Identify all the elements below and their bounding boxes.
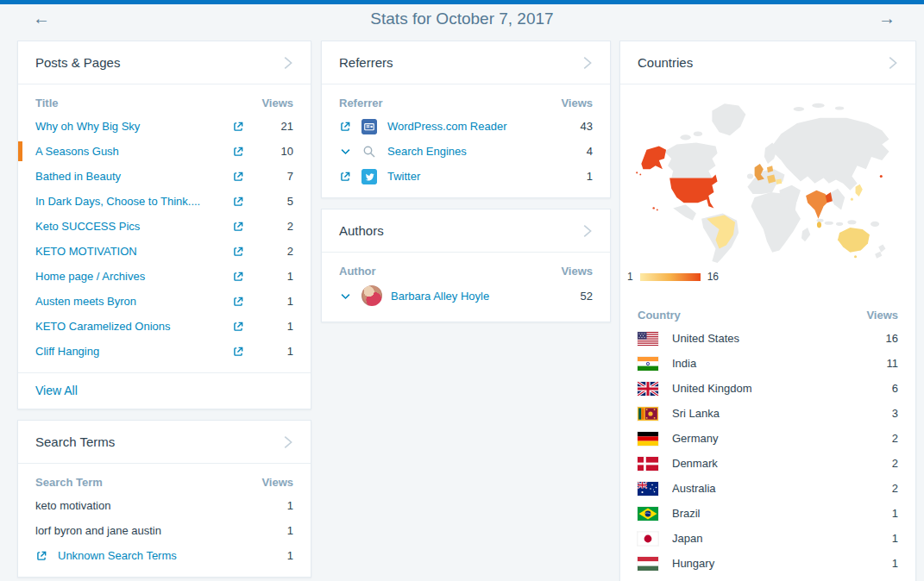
post-link[interactable]: In Dark Days, Choose to Think.... (35, 195, 221, 208)
next-period-arrow-icon[interactable]: → (874, 8, 900, 28)
views-count: 3 (860, 407, 898, 420)
column-referrer: Referrer (339, 97, 555, 109)
views-count: 1 (255, 270, 293, 283)
chevron-right-icon[interactable] (278, 433, 297, 452)
table-row: A Seasons Gush 10 (35, 139, 293, 164)
view-all-link[interactable]: View All (35, 384, 78, 397)
referrers-header[interactable]: Referrers (322, 41, 610, 84)
table-row: Japan 1 (638, 526, 898, 551)
post-link[interactable]: Austen meets Byron (35, 295, 221, 308)
post-link[interactable]: Bathed in Beauty (35, 170, 221, 183)
map-legend: 1 16 (620, 267, 915, 291)
countries-title: Countries (638, 55, 693, 70)
views-count: 2 (860, 457, 898, 470)
posts-pages-header[interactable]: Posts & Pages (18, 41, 311, 84)
post-link[interactable]: Cliff Hanging (35, 345, 221, 358)
external-link-icon[interactable] (232, 271, 244, 283)
referrers-table-header: Referrer Views (339, 91, 593, 114)
external-link-icon[interactable] (232, 196, 244, 208)
legend-gradient-bar (640, 273, 701, 281)
search-term-text: lorf byron and jane austin (35, 524, 255, 537)
table-row: Australia 2 (638, 476, 898, 501)
country-name: Hungary (672, 557, 860, 570)
post-link[interactable]: KETO MOTIVATION (35, 245, 221, 258)
chevron-down-icon[interactable] (339, 145, 361, 158)
post-link[interactable]: Why oh Why Big Sky (35, 120, 221, 133)
period-header: ← Stats for October 7, 2017 → (0, 4, 924, 37)
table-row: United States 16 (638, 326, 898, 351)
country-name: Denmark (672, 457, 860, 470)
views-count: 1 (555, 170, 593, 183)
table-row: Cliff Hanging 1 (35, 339, 293, 364)
views-count: 1 (255, 524, 293, 537)
search-table-header: Search Term Views (35, 471, 293, 493)
chevron-down-icon[interactable] (339, 290, 361, 303)
post-link[interactable]: A Seasons Gush (35, 145, 221, 158)
external-link-icon[interactable] (232, 346, 244, 358)
flag-brazil-icon (638, 507, 672, 521)
external-link-icon[interactable] (232, 171, 244, 183)
column-views: Views (255, 97, 293, 109)
chevron-right-icon[interactable] (577, 222, 596, 241)
flag-uk-icon (638, 382, 672, 396)
external-link-icon[interactable] (232, 296, 244, 308)
views-count: 1 (255, 345, 293, 358)
external-link-icon[interactable] (232, 221, 244, 233)
table-row: Bathed in Beauty 7 (35, 164, 293, 189)
views-count: 1 (860, 532, 898, 545)
referrer-link[interactable]: WordPress.com Reader (387, 120, 555, 133)
views-count: 2 (255, 220, 293, 233)
chevron-right-icon[interactable] (278, 53, 297, 72)
post-link[interactable]: Home page / Archives (35, 270, 221, 283)
country-name: Germany (672, 432, 860, 445)
table-row: Hungary 1 (638, 551, 898, 576)
authors-card: Authors Author Views Barbara Alley Hoyle… (321, 209, 611, 322)
referrer-link[interactable]: Twitter (387, 170, 555, 183)
external-link-icon[interactable] (232, 121, 244, 133)
external-link-icon[interactable] (35, 550, 58, 562)
external-link-icon[interactable] (339, 121, 361, 133)
views-count: 21 (255, 120, 293, 133)
countries-header[interactable]: Countries (620, 41, 915, 84)
column-author: Author (339, 265, 555, 278)
external-link-icon[interactable] (232, 321, 244, 333)
column-views: Views (255, 476, 293, 489)
views-count: 1 (255, 549, 293, 562)
table-row: In Dark Days, Choose to Think.... 5 (35, 189, 293, 214)
country-name: Sri Lanka (672, 407, 860, 420)
column-views: Views (555, 265, 593, 278)
legend-max-label: 16 (707, 271, 719, 283)
views-count: 1 (255, 499, 293, 512)
author-link[interactable]: Barbara Alley Hoyle (391, 290, 555, 303)
views-count: 10 (255, 145, 293, 158)
views-count: 4 (555, 145, 593, 158)
views-count: 2 (255, 245, 293, 258)
countries-card: Countries (619, 41, 916, 581)
table-row: Barbara Alley Hoyle 52 (339, 282, 593, 309)
external-link-icon[interactable] (232, 146, 244, 158)
table-row: Home page / Archives 1 (35, 264, 293, 289)
external-link-icon[interactable] (339, 171, 361, 183)
authors-header[interactable]: Authors (322, 209, 610, 253)
selected-post-marker (18, 141, 22, 161)
search-term-text: keto motivation (35, 499, 255, 512)
unknown-search-terms-link[interactable]: Unknown Search Terms (58, 549, 255, 562)
post-link[interactable]: Keto SUCCESS Pics (35, 220, 221, 233)
search-terms-header[interactable]: Search Terms (18, 421, 311, 464)
chevron-right-icon[interactable] (577, 53, 596, 72)
authors-title: Authors (339, 223, 384, 238)
post-link[interactable]: KETO Caramelized Onions (35, 320, 221, 333)
referrers-title: Referrers (339, 55, 393, 70)
table-row: Austen meets Byron 1 (35, 289, 293, 314)
flag-denmark-icon (638, 457, 672, 471)
legend-min-label: 1 (627, 271, 633, 283)
search-terms-title: Search Terms (35, 434, 115, 449)
flag-japan-icon (638, 532, 672, 546)
table-row: Germany 2 (638, 426, 898, 451)
table-row: Unknown Search Terms 1 (35, 543, 293, 568)
external-link-icon[interactable] (232, 246, 244, 258)
flag-australia-icon (638, 482, 672, 496)
referrer-link[interactable]: Search Engines (387, 145, 555, 158)
world-map[interactable] (620, 84, 915, 267)
chevron-right-icon[interactable] (883, 53, 902, 72)
